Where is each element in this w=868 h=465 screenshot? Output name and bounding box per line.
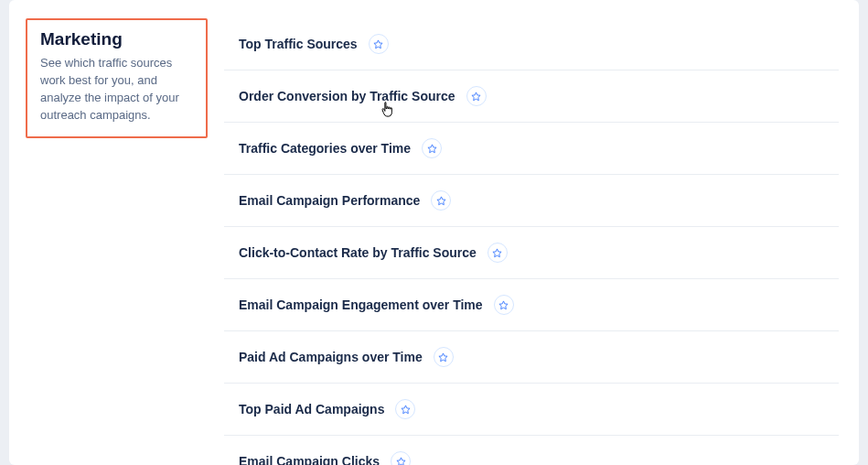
report-label: Email Campaign Clicks [239, 454, 380, 465]
report-label: Email Campaign Performance [239, 193, 420, 208]
star-icon [498, 300, 509, 310]
star-button[interactable] [434, 347, 454, 367]
star-icon [438, 352, 448, 362]
star-icon [471, 92, 481, 102]
report-label: Top Paid Ad Campaigns [239, 402, 384, 416]
report-label: Paid Ad Campaigns over Time [239, 350, 423, 364]
sidebar-card-marketing: Marketing See which traffic sources work… [26, 18, 208, 138]
star-button[interactable] [466, 86, 487, 106]
report-row[interactable]: Top Paid Ad Campaigns [224, 384, 839, 436]
star-button[interactable] [369, 34, 389, 54]
report-row[interactable]: Email Campaign Performance [224, 175, 839, 227]
report-label: Top Traffic Sources [239, 37, 358, 51]
star-icon [492, 248, 502, 258]
report-row[interactable]: Email Campaign Engagement over Time [224, 279, 839, 331]
sidebar-description: See which traffic sources work best for … [40, 55, 193, 124]
sidebar-title: Marketing [40, 29, 193, 49]
report-label: Order Conversion by Traffic Source [239, 89, 455, 103]
report-row[interactable]: Paid Ad Campaigns over Time [224, 331, 839, 384]
star-button[interactable] [422, 138, 442, 158]
report-row[interactable]: Click-to-Contact Rate by Traffic Source [224, 227, 839, 279]
star-icon [373, 39, 383, 49]
star-button[interactable] [494, 295, 514, 315]
star-button[interactable] [395, 399, 415, 419]
star-icon [427, 144, 437, 154]
report-label: Email Campaign Engagement over Time [239, 297, 483, 312]
star-icon [396, 457, 406, 466]
sidebar: Marketing See which traffic sources work… [9, 18, 224, 465]
star-icon [436, 196, 446, 206]
star-icon [401, 405, 411, 415]
report-list: Top Traffic Sources Order Conversion by … [224, 18, 839, 465]
star-button[interactable] [391, 451, 411, 465]
report-row[interactable]: Traffic Categories over Time [224, 123, 839, 175]
report-row[interactable]: Top Traffic Sources [224, 18, 839, 70]
star-button[interactable] [431, 190, 451, 211]
report-row[interactable]: Email Campaign Clicks [224, 436, 839, 465]
report-label: Traffic Categories over Time [239, 141, 411, 156]
star-button[interactable] [488, 243, 508, 263]
report-label: Click-to-Contact Rate by Traffic Source [239, 245, 477, 260]
page-container: Marketing See which traffic sources work… [9, 0, 859, 465]
report-row[interactable]: Order Conversion by Traffic Source [224, 70, 839, 123]
main-content: Top Traffic Sources Order Conversion by … [224, 18, 859, 465]
